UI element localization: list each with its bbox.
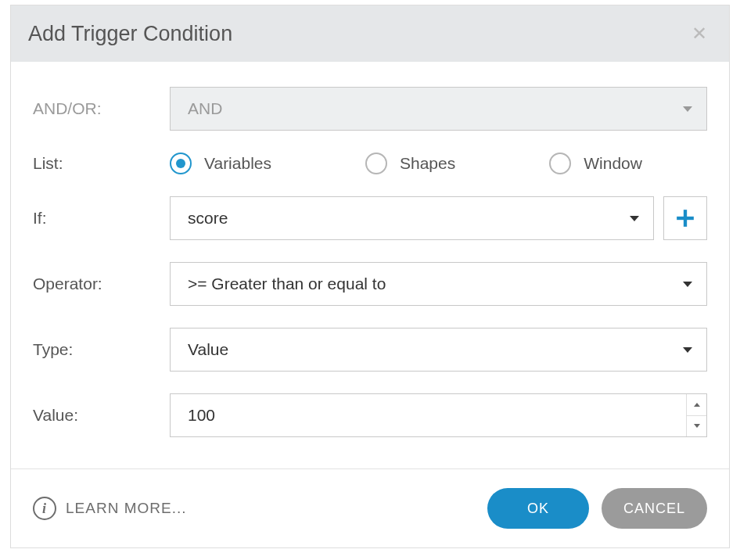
operator-select[interactable]: >= Greater than or equal to xyxy=(170,262,707,306)
chevron-down-icon xyxy=(630,216,639,221)
arrow-up-icon xyxy=(694,403,700,407)
chevron-down-icon xyxy=(683,282,692,287)
svg-rect-1 xyxy=(677,217,694,220)
type-label: Type: xyxy=(33,340,170,359)
plus-icon xyxy=(675,208,695,228)
dialog-footer: i LEARN MORE... OK CANCEL xyxy=(11,468,729,547)
radio-label: Variables xyxy=(204,154,271,173)
add-variable-button[interactable] xyxy=(663,196,707,240)
type-select[interactable]: Value xyxy=(170,328,707,372)
learn-more-label: LEARN MORE... xyxy=(66,500,186,517)
radio-window[interactable]: Window xyxy=(549,153,642,174)
dialog-title: Add Trigger Condition xyxy=(28,22,232,46)
cancel-button[interactable]: CANCEL xyxy=(602,488,707,529)
and-or-label: AND/OR: xyxy=(33,99,170,118)
list-radio-group: Variables Shapes Window xyxy=(170,153,707,174)
radio-label: Window xyxy=(584,154,642,173)
and-or-select: AND xyxy=(170,87,707,131)
spinner-down-button[interactable] xyxy=(687,416,706,437)
value-spinner xyxy=(686,394,706,436)
ok-button[interactable]: OK xyxy=(487,488,589,529)
value-numeric-field xyxy=(170,393,707,437)
radio-icon xyxy=(170,153,192,174)
chevron-down-icon xyxy=(683,106,692,112)
and-or-value: AND xyxy=(188,99,222,118)
radio-label: Shapes xyxy=(400,154,455,173)
radio-icon xyxy=(549,153,571,174)
info-icon: i xyxy=(33,497,56,520)
add-trigger-condition-dialog: Add Trigger Condition ✕ AND/OR: AND List… xyxy=(10,5,730,548)
dialog-titlebar: Add Trigger Condition ✕ xyxy=(11,5,729,62)
operator-value: >= Greater than or equal to xyxy=(188,275,386,293)
radio-icon xyxy=(365,153,387,174)
radio-shapes[interactable]: Shapes xyxy=(365,153,455,174)
footer-buttons: OK CANCEL xyxy=(487,488,707,529)
chevron-down-icon xyxy=(683,347,692,353)
value-input[interactable] xyxy=(171,394,686,436)
learn-more-link[interactable]: i LEARN MORE... xyxy=(33,497,186,520)
type-value: Value xyxy=(188,340,228,359)
value-label: Value: xyxy=(33,406,170,425)
list-label: List: xyxy=(33,154,170,173)
radio-variables[interactable]: Variables xyxy=(170,153,271,174)
if-select[interactable]: score xyxy=(170,196,654,240)
dialog-body: AND/OR: AND List: Variables Shapes xyxy=(11,62,729,468)
operator-label: Operator: xyxy=(33,275,170,293)
spinner-up-button[interactable] xyxy=(687,394,706,416)
if-value: score xyxy=(188,209,228,228)
close-icon[interactable]: ✕ xyxy=(692,23,707,45)
arrow-down-icon xyxy=(694,424,700,428)
if-label: If: xyxy=(33,209,170,228)
